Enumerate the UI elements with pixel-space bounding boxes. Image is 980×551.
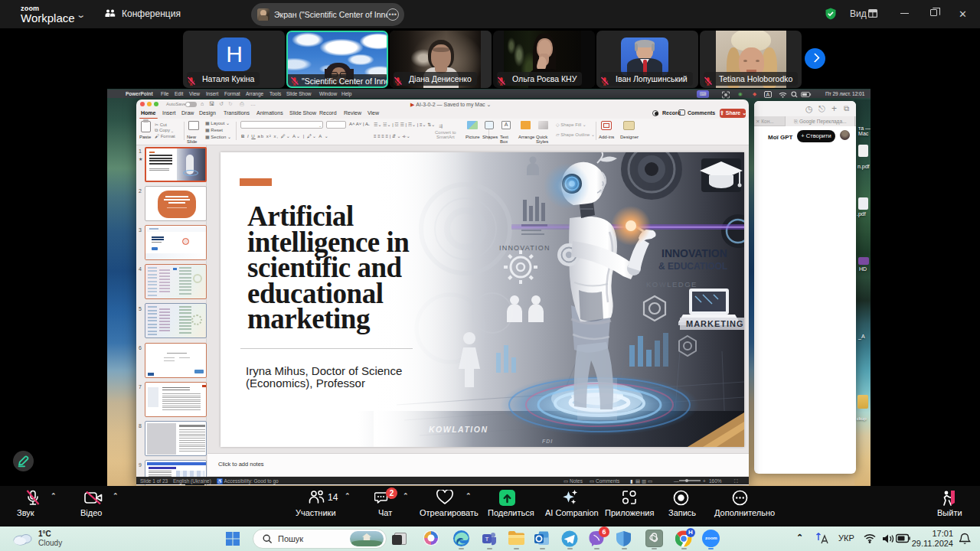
svg-text:INNOVATION: INNOVATION [499, 244, 550, 252]
svg-text:MARKETING: MARKETING [686, 319, 744, 328]
svg-text:INNOVATION: INNOVATION [662, 247, 727, 259]
svg-text:FDI: FDI [542, 439, 553, 444]
svg-text:& EDUCATIOOL: & EDUCATIOOL [658, 261, 727, 272]
svg-text:KOWLEDGE: KOWLEDGE [646, 280, 697, 289]
